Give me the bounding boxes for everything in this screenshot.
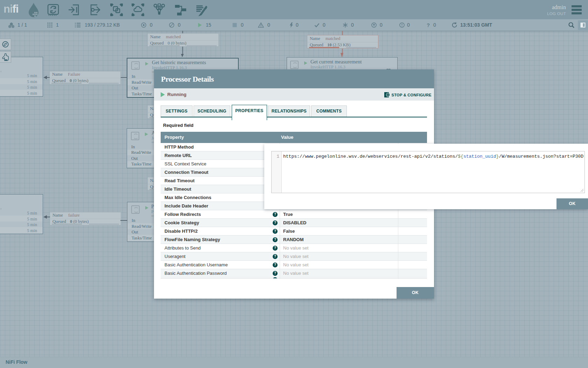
- svg-text:?: ?: [427, 22, 430, 28]
